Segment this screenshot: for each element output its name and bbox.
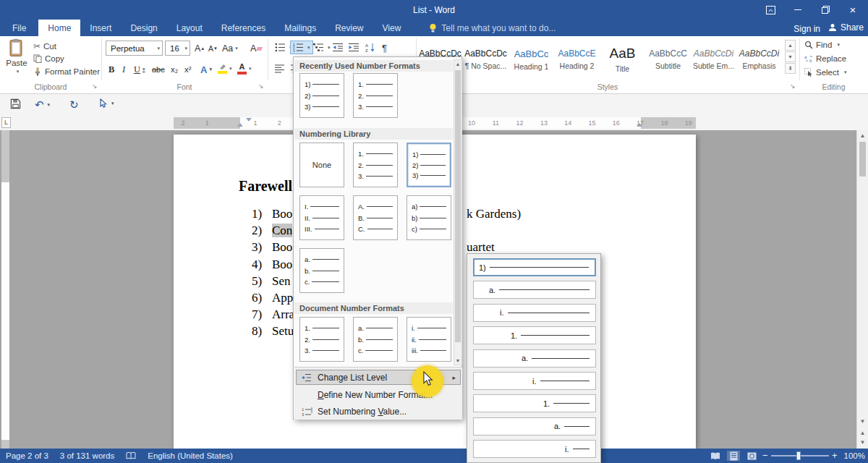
tab-home[interactable]: Home: [38, 20, 80, 36]
grow-font-button[interactable]: A▲: [193, 41, 206, 56]
list-level-option-2[interactable]: a.: [473, 281, 596, 299]
clipboard-dialog-launcher[interactable]: ↘: [92, 82, 98, 90]
list-level-option-8[interactable]: a.: [473, 417, 596, 436]
library-format-option-5[interactable]: a)b)c): [407, 195, 451, 240]
text-effects-button[interactable]: A▾: [199, 62, 213, 77]
list-level-option-6[interactable]: i.: [473, 372, 596, 390]
styles-dialog-launcher[interactable]: ↘: [790, 82, 796, 90]
show-paragraph-marks-button[interactable]: ¶: [379, 41, 390, 56]
document-format-option-2[interactable]: i.ii.iii.: [407, 317, 451, 362]
language-indicator[interactable]: English (United States): [148, 451, 233, 460]
tab-mailings[interactable]: Mailings: [275, 20, 326, 36]
restore-button[interactable]: [812, 0, 839, 20]
bold-button[interactable]: B: [107, 62, 116, 77]
zoom-out-button[interactable]: −: [762, 450, 768, 461]
hanging-indent-marker[interactable]: [237, 123, 243, 127]
recent-format-option-0[interactable]: 1)2)3): [299, 73, 344, 118]
scroll-down-arrow-icon[interactable]: ▼: [857, 418, 868, 425]
zoom-in-button[interactable]: +: [832, 450, 838, 461]
recent-format-option-1[interactable]: 1.2.3.: [353, 73, 398, 118]
style-card-heading-2[interactable]: AaBbCcEHeading 2: [555, 40, 599, 79]
styles-scroll-up-button[interactable]: ▴: [785, 40, 796, 51]
library-format-option-1[interactable]: 1.2.3.: [353, 143, 398, 187]
scrollbar-thumb[interactable]: [859, 142, 866, 177]
zoom-level[interactable]: 100%: [838, 451, 865, 460]
italic-button[interactable]: I: [121, 62, 127, 77]
style-card-subtle-em-[interactable]: AaBbCcDiSubtle Em...: [692, 40, 736, 79]
replace-button[interactable]: ab Replace: [804, 54, 846, 63]
style-card-title[interactable]: AaBTitle: [600, 40, 644, 79]
align-left-button[interactable]: [272, 62, 288, 75]
first-line-indent-marker[interactable]: [246, 118, 252, 122]
close-button[interactable]: ×: [839, 0, 867, 20]
touch-mouse-mode-button[interactable]: ▾: [98, 98, 114, 109]
ribbon-display-options-button[interactable]: [757, 0, 784, 20]
word-count[interactable]: 3 of 131 words: [60, 451, 114, 460]
scroll-up-arrow-icon[interactable]: ▲: [454, 61, 461, 67]
vertical-ruler[interactable]: [1, 130, 9, 449]
share-button[interactable]: Share: [828, 22, 864, 33]
font-name-select[interactable]: Perpetua▾: [106, 41, 163, 56]
select-button[interactable]: Select▾: [804, 68, 846, 77]
library-format-option-0[interactable]: None: [299, 143, 344, 187]
set-numbering-value-command[interactable]: 13Set Numbering Value...: [296, 404, 461, 419]
scroll-up-arrow-icon[interactable]: ▲: [857, 132, 868, 139]
clear-formatting-button[interactable]: A: [249, 41, 263, 56]
scroll-down-arrow-icon[interactable]: ▼: [454, 358, 461, 363]
library-format-option-6[interactable]: a.b.c.: [299, 248, 344, 293]
font-color-button[interactable]: A ▾: [236, 61, 253, 76]
styles-gallery-expand-button[interactable]: ⇟: [785, 63, 796, 74]
read-mode-button[interactable]: [709, 451, 722, 461]
library-format-option-3[interactable]: I.II.III.: [299, 195, 344, 240]
subscript-button[interactable]: x₂: [169, 62, 179, 77]
library-format-option-2[interactable]: 1)2)3): [407, 143, 451, 187]
next-page-button[interactable]: ▼: [857, 439, 868, 446]
list-level-option-3[interactable]: i.: [473, 304, 596, 322]
save-button[interactable]: [10, 98, 21, 109]
style-card-emphasis[interactable]: AaBbCcDiEmphasis: [737, 40, 781, 79]
find-button[interactable]: Find▾: [804, 41, 840, 49]
tab-view[interactable]: View: [373, 20, 411, 36]
font-dialog-launcher[interactable]: ↘: [258, 82, 264, 90]
zoom-slider-thumb[interactable]: [796, 451, 801, 460]
strikethrough-button[interactable]: abc: [150, 62, 166, 77]
tell-me-box[interactable]: Tell me what you want to do...: [429, 20, 556, 36]
tab-review[interactable]: Review: [326, 20, 373, 36]
tab-layout[interactable]: Layout: [167, 20, 212, 36]
tab-insert[interactable]: Insert: [80, 20, 121, 36]
list-level-option-7[interactable]: 1.: [473, 394, 596, 412]
style-card--no-spac-[interactable]: AaBbCcDc¶ No Spac...: [464, 40, 508, 79]
vertical-scrollbar[interactable]: ▲ ▼ ▲ ▼: [856, 130, 868, 449]
library-format-option-4[interactable]: A.B.C.: [353, 195, 398, 240]
style-card-subtitle[interactable]: AaBbCcCSubtitle: [646, 40, 690, 79]
redo-button[interactable]: ↻: [69, 98, 79, 111]
change-case-button[interactable]: Aa▾: [221, 41, 239, 56]
paste-button[interactable]: Paste ▾: [3, 38, 30, 75]
previous-page-button[interactable]: ▲: [857, 430, 868, 436]
style-card-heading-1[interactable]: AaBbCcHeading 1: [509, 40, 553, 79]
shrink-font-button[interactable]: A▼: [207, 41, 219, 56]
list-level-option-4[interactable]: 1.: [473, 326, 596, 344]
document-format-option-1[interactable]: a.b.c.: [353, 317, 398, 362]
styles-scroll-down-button[interactable]: ▾: [785, 51, 796, 62]
decrease-indent-button[interactable]: [330, 41, 346, 54]
font-size-select[interactable]: 16▾: [165, 41, 190, 56]
increase-indent-button[interactable]: [346, 41, 362, 54]
superscript-button[interactable]: x²: [183, 62, 193, 77]
document-format-option-0[interactable]: 1.2.3.: [299, 317, 344, 362]
page-indicator[interactable]: Page 2 of 3: [6, 451, 48, 460]
numbering-button[interactable]: 123 ▾: [290, 41, 313, 54]
format-painter-button[interactable]: Format Painter: [33, 67, 100, 76]
list-level-option-9[interactable]: i.: [473, 440, 596, 458]
sort-button[interactable]: AZ: [362, 41, 379, 54]
list-level-option-1[interactable]: 1): [473, 258, 596, 276]
tab-file[interactable]: File: [0, 20, 38, 36]
tab-references[interactable]: References: [212, 20, 275, 36]
web-layout-button[interactable]: [745, 451, 758, 461]
undo-button[interactable]: ↶▾: [35, 98, 50, 111]
list-level-option-5[interactable]: a.: [473, 349, 596, 368]
underline-button[interactable]: U▾: [132, 62, 147, 77]
proofing-book-icon[interactable]: [126, 451, 136, 460]
tab-design[interactable]: Design: [121, 20, 166, 36]
sign-in-link[interactable]: Sign in: [793, 24, 820, 34]
